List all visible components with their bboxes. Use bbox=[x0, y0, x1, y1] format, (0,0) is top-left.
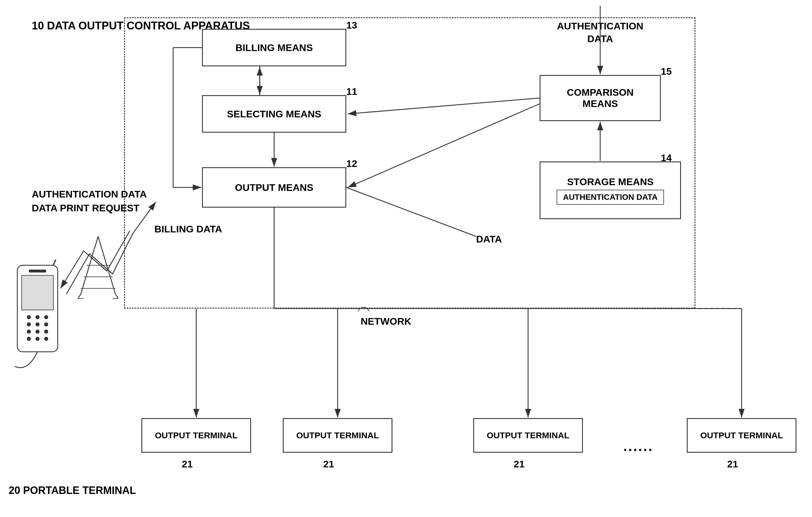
output-number: 12 bbox=[346, 158, 357, 169]
output-terminal-4: OUTPUT TERMINAL bbox=[687, 418, 796, 453]
auth-data-top-label: AUTHENTICATIONDATA bbox=[557, 20, 643, 45]
svg-point-31 bbox=[27, 337, 31, 341]
svg-point-27 bbox=[44, 323, 48, 326]
billing-number: 13 bbox=[346, 20, 357, 31]
dots-label: ...... bbox=[623, 438, 653, 454]
svg-line-42 bbox=[115, 294, 118, 298]
svg-point-22 bbox=[27, 315, 31, 319]
comparison-number: 15 bbox=[661, 66, 672, 77]
network-label: NETWORK bbox=[361, 316, 411, 327]
terminal-2-number: 21 bbox=[323, 458, 334, 470]
billing-data-label: BILLING DATA bbox=[154, 223, 222, 235]
tower-illustration bbox=[75, 237, 121, 300]
svg-rect-21 bbox=[22, 275, 53, 310]
output-terminal-2: OUTPUT TERMINAL bbox=[283, 418, 393, 453]
data-label: DATA bbox=[476, 234, 502, 245]
svg-line-34 bbox=[53, 260, 59, 265]
svg-point-33 bbox=[44, 337, 48, 341]
output-means-box: OUTPUT MEANS bbox=[202, 167, 346, 208]
svg-point-29 bbox=[35, 330, 39, 334]
selecting-means-box: SELECTING MEANS bbox=[202, 95, 346, 133]
terminal-1-number: 21 bbox=[182, 458, 193, 470]
svg-line-41 bbox=[78, 294, 81, 298]
phone-illustration bbox=[9, 260, 66, 369]
auth-data-inner-box: AUTHENTICATION DATA bbox=[557, 190, 664, 205]
terminal-4-number: 21 bbox=[727, 458, 738, 470]
terminal-3-number: 21 bbox=[514, 458, 525, 470]
svg-point-23 bbox=[35, 315, 39, 319]
auth-print-label: AUTHENTICATION DATADATA PRINT REQUEST bbox=[32, 187, 147, 215]
billing-means-box: BILLING MEANS bbox=[202, 29, 346, 66]
selecting-number: 11 bbox=[346, 86, 357, 97]
comparison-means-box: COMPARISONMEANS bbox=[540, 75, 661, 121]
storage-means-box: STORAGE MEANS AUTHENTICATION DATA bbox=[540, 161, 681, 219]
output-terminal-1: OUTPUT TERMINAL bbox=[141, 418, 251, 453]
svg-rect-35 bbox=[29, 270, 46, 272]
svg-point-26 bbox=[35, 323, 39, 326]
svg-point-25 bbox=[27, 323, 31, 326]
svg-point-24 bbox=[44, 315, 48, 319]
output-terminal-3: OUTPUT TERMINAL bbox=[473, 418, 583, 453]
svg-point-32 bbox=[35, 337, 39, 341]
svg-point-28 bbox=[27, 330, 31, 334]
portable-terminal-label: 20 PORTABLE TERMINAL bbox=[9, 484, 136, 496]
svg-point-30 bbox=[44, 330, 48, 334]
